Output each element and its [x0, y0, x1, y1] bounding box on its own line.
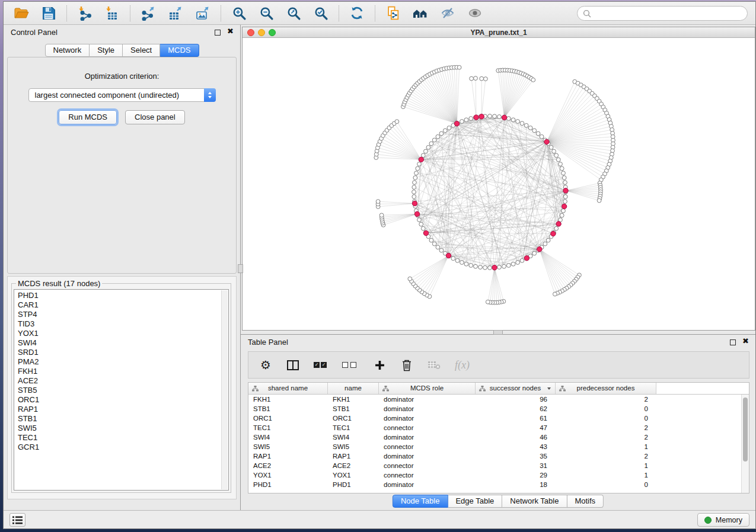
mcds-result-item[interactable]: ORC1 [18, 395, 228, 405]
table-cell: dominator [379, 395, 476, 404]
table-cell-filler [656, 451, 749, 461]
tab-edge-table[interactable]: Edge Table [448, 495, 502, 508]
column-header-successor-nodes[interactable]: successor nodes [476, 383, 556, 394]
mcds-result-item[interactable]: PHD1 [18, 291, 228, 300]
mcds-list-scrollbar[interactable] [221, 290, 228, 489]
mcds-result-item[interactable]: STB1 [18, 414, 228, 424]
float-window-icon[interactable] [215, 30, 221, 36]
select-all-button[interactable]: ✓✓ [314, 358, 328, 372]
task-history-button[interactable] [9, 513, 25, 527]
zoom-in-button[interactable] [230, 4, 248, 22]
import-table-button[interactable] [103, 4, 121, 22]
export-network-button[interactable] [139, 4, 157, 22]
tab-motifs[interactable]: Motifs [567, 495, 604, 508]
table-settings-button[interactable]: ⚙ [259, 358, 272, 372]
mcds-result-item[interactable]: FKH1 [18, 367, 228, 376]
column-header-shared-name[interactable]: shared name [248, 383, 328, 394]
node-table[interactable]: shared namenameMCDS rolesuccessor nodesp… [248, 382, 749, 493]
table-cell: YOX1 [248, 470, 328, 480]
search-input[interactable] [594, 7, 742, 20]
mcds-result-item[interactable]: PMA2 [18, 357, 228, 367]
open-file-button[interactable] [12, 4, 30, 22]
table-row[interactable]: YOX1YOX1connector291 [248, 470, 749, 480]
mcds-result-item[interactable]: TID3 [18, 319, 228, 329]
mcds-result-item[interactable]: RAP1 [18, 405, 228, 414]
tab-network[interactable]: Network [44, 44, 90, 57]
tab-node-table[interactable]: Node Table [393, 495, 448, 508]
column-header-name[interactable]: name [328, 383, 379, 394]
control-panel-title: Control Panel [11, 28, 58, 37]
mcds-result-item[interactable]: ACE2 [18, 376, 228, 386]
float-window-icon[interactable] [730, 339, 736, 345]
zoom-fit-button[interactable] [285, 4, 302, 22]
mcds-result-item[interactable]: SWI5 [18, 424, 228, 433]
save-session-button[interactable] [40, 4, 58, 22]
tab-mcds[interactable]: MCDS [160, 44, 199, 57]
table-row[interactable]: TEC1TEC1connector472 [248, 423, 749, 432]
column-header-mcds-role[interactable]: MCDS role [379, 383, 476, 394]
tab-select[interactable]: Select [123, 44, 160, 57]
run-mcds-button[interactable]: Run MCDS [59, 110, 117, 124]
import-network-button[interactable] [76, 4, 94, 22]
network-search-field[interactable] [577, 6, 748, 21]
optimization-criterion-select[interactable]: largest connected component (undirected) [28, 88, 216, 102]
mcds-result-item[interactable]: GCR1 [18, 443, 228, 452]
network-view-titlebar[interactable]: YPA_prune.txt_1 [243, 27, 755, 38]
mcds-result-item[interactable]: STP4 [18, 310, 228, 319]
refresh-button[interactable] [348, 4, 366, 22]
mcds-result-item[interactable]: YOX1 [18, 329, 228, 338]
close-panel-button[interactable]: Close panel [125, 110, 185, 124]
maximize-traffic-light[interactable] [269, 29, 276, 36]
export-image-button[interactable] [194, 4, 212, 22]
table-row[interactable]: SWI4SWI4dominator462 [248, 432, 749, 442]
horizontal-splitter-handle[interactable] [493, 330, 503, 335]
hide-selected-button[interactable] [439, 4, 457, 22]
mcds-result-item[interactable]: SWI4 [18, 338, 228, 348]
close-icon[interactable]: ✖ [227, 27, 234, 36]
show-columns-button[interactable] [286, 358, 299, 372]
table-cell: 0 [556, 404, 656, 414]
zoom-selected-button[interactable] [312, 4, 330, 22]
table-row[interactable]: ACE2ACE2connector311 [248, 461, 749, 470]
tab-network-table[interactable]: Network Table [502, 495, 567, 508]
delete-column-button[interactable] [400, 358, 413, 372]
table-row[interactable]: RAP1RAP1dominator352 [248, 451, 749, 461]
tab-style[interactable]: Style [90, 44, 123, 57]
first-neighbors-button[interactable] [412, 4, 429, 22]
mcds-result-item[interactable]: TEC1 [18, 433, 228, 443]
memory-label: Memory [716, 516, 742, 524]
close-icon[interactable]: ✖ [742, 336, 749, 345]
table-scrollbar[interactable] [741, 395, 749, 493]
table-row[interactable]: FKH1FKH1dominator962 [248, 395, 749, 404]
mcds-result-item[interactable]: CAR1 [18, 300, 228, 310]
column-header-predecessor-nodes[interactable]: predecessor nodes [556, 383, 656, 394]
table-cell: 43 [476, 442, 556, 451]
export-table-button[interactable] [167, 4, 184, 22]
add-column-button[interactable] [373, 358, 386, 372]
table-scrollbar-thumb[interactable] [743, 398, 748, 462]
deselect-all-button[interactable] [342, 358, 359, 372]
memory-button[interactable]: Memory [697, 513, 749, 527]
network-graph [243, 38, 755, 330]
vertical-splitter-handle[interactable] [238, 264, 243, 273]
table-cell-filler [656, 414, 749, 423]
zoom-out-button[interactable] [257, 4, 275, 22]
table-cell: 0 [556, 414, 656, 423]
column-type-icon [252, 386, 259, 392]
close-traffic-light[interactable] [247, 29, 254, 36]
table-row[interactable]: ORC1ORC1dominator610 [248, 414, 749, 423]
mcds-result-item[interactable]: SRD1 [18, 348, 228, 357]
mcds-result-item[interactable]: STB5 [18, 386, 228, 395]
show-all-button[interactable] [466, 4, 484, 22]
table-row[interactable]: SWI5SWI5connector431 [248, 442, 749, 451]
zoom-fit-icon [286, 6, 301, 21]
new-network-from-selection-button[interactable] [384, 4, 402, 22]
minimize-traffic-light[interactable] [258, 29, 265, 36]
table-row[interactable]: STB1STB1dominator620 [248, 404, 749, 414]
table-body: FKH1FKH1dominator962STB1STB1dominator620… [248, 395, 749, 489]
import-table-icon [104, 5, 120, 21]
save-session-icon [42, 6, 56, 21]
mcds-panel: Optimization criterion: largest connecte… [7, 57, 237, 274]
table-row[interactable]: PHD1PHD1dominator180 [248, 480, 749, 489]
network-canvas[interactable] [243, 38, 755, 330]
